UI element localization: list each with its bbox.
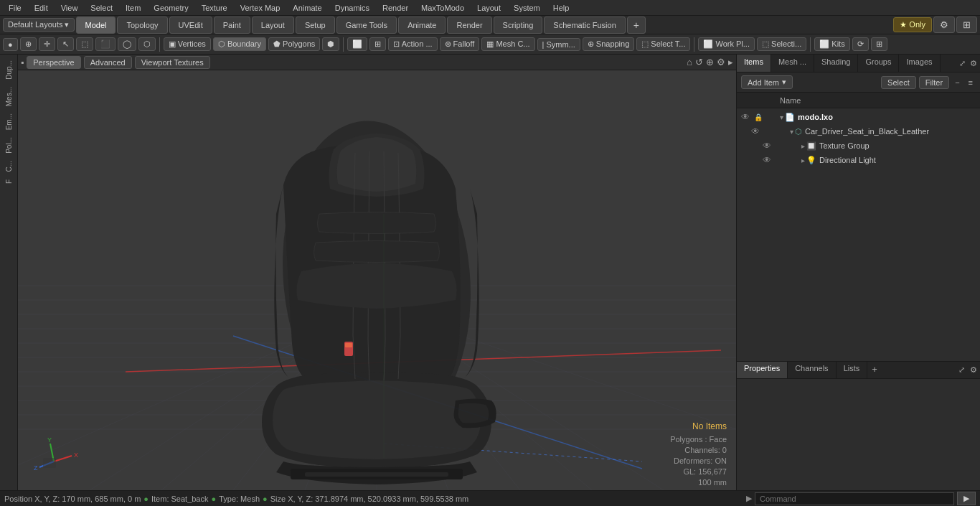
layout-tab-scripting[interactable]: Scripting xyxy=(494,17,543,34)
symm-btn[interactable]: | Symm... xyxy=(537,38,580,51)
vertices-btn[interactable]: ▣ Vertices xyxy=(164,37,211,51)
item-eye-light[interactable]: 👁 xyxy=(763,155,776,165)
right-tab-groups[interactable]: Groups xyxy=(858,55,899,72)
right-tab-items[interactable]: Items xyxy=(737,55,771,72)
layout-grid-button[interactable]: ⊞ xyxy=(956,17,977,33)
items-minus-icon[interactable]: − xyxy=(952,77,962,88)
layout-tab-model[interactable]: Model xyxy=(76,17,116,34)
sidebar-label-em[interactable]: Em... xyxy=(4,111,14,133)
snapping-btn[interactable]: ⊕ Snapping xyxy=(583,37,635,51)
viewport-tab-advanced[interactable]: Advanced xyxy=(84,56,132,69)
tool-arrow-btn[interactable]: ↖ xyxy=(57,37,74,51)
menu-layout[interactable]: Layout xyxy=(471,2,507,14)
viewport-tab-textures[interactable]: Viewport Textures xyxy=(135,56,210,69)
boundary-btn[interactable]: ⬡ Boundary xyxy=(213,37,266,51)
menu-render[interactable]: Render xyxy=(377,2,414,14)
menu-select[interactable]: Select xyxy=(85,2,118,14)
layout-star-button[interactable]: ★ Only xyxy=(893,17,932,32)
kits-btn[interactable]: ⬜ Kits xyxy=(814,37,849,51)
layout-tab-render[interactable]: Render xyxy=(447,17,491,34)
menu-system[interactable]: System xyxy=(508,2,546,14)
select-tool-btn[interactable]: ⬚ Select T... xyxy=(636,37,690,51)
layout-tab-gametools[interactable]: Game Tools xyxy=(336,17,397,34)
refresh-btn[interactable]: ⟳ xyxy=(852,37,869,51)
right-tab-shading[interactable]: Shading xyxy=(814,55,858,72)
sidebar-label-mesh[interactable]: Mes... xyxy=(4,84,14,109)
items-more-icon[interactable]: ≡ xyxy=(966,77,976,88)
action-btn[interactable]: ⊡ Action ... xyxy=(388,37,437,51)
edge-btn[interactable]: ⬢ xyxy=(322,37,339,51)
menu-help[interactable]: Help xyxy=(547,2,575,14)
item-row-seat[interactable]: 👁 ▾ ⬡ Car_Driver_Seat_in_Black_Leather xyxy=(737,124,980,139)
menu-item[interactable]: Item xyxy=(120,2,146,14)
menu-geometry[interactable]: Geometry xyxy=(148,2,194,14)
selection-btn[interactable]: ⬚ Selecti... xyxy=(757,37,806,51)
layout-tab-topology[interactable]: Topology xyxy=(117,17,167,34)
menu-view[interactable]: View xyxy=(55,2,84,14)
item-arrow-light[interactable]: ▸ xyxy=(801,156,805,164)
tool-sq1-btn[interactable]: ⬚ xyxy=(76,37,93,51)
sidebar-label-c[interactable]: C... xyxy=(4,158,14,175)
prop-tab-lists[interactable]: Lists xyxy=(837,362,868,378)
item-eye-texture[interactable]: 👁 xyxy=(763,141,776,151)
viewport[interactable]: ▪ Perspective Advanced Viewport Textures… xyxy=(18,55,736,490)
tool-circle-btn[interactable]: ◯ xyxy=(118,37,136,51)
viewport-rotate-icon[interactable]: ↺ xyxy=(695,57,703,67)
prop-tab-properties[interactable]: Properties xyxy=(737,362,788,378)
item-name-light[interactable]: Directional Light xyxy=(819,156,876,164)
item-name-modolxo[interactable]: modo.lxo xyxy=(798,113,833,121)
menu-vertexmap[interactable]: Vertex Map xyxy=(235,2,286,14)
item-name-seat[interactable]: Car_Driver_Seat_in_Black_Leather xyxy=(805,127,929,136)
right-tab-mesh[interactable]: Mesh ... xyxy=(771,55,814,72)
layout-tab-animate[interactable]: Animate xyxy=(398,17,446,34)
command-input[interactable] xyxy=(755,492,954,505)
items-filter-button[interactable]: Filter xyxy=(919,76,949,89)
tool-hex-btn[interactable]: ⬡ xyxy=(138,37,156,51)
menu-edit[interactable]: Edit xyxy=(29,2,54,14)
menu-texture[interactable]: Texture xyxy=(196,2,233,14)
sidebar-label-dup[interactable]: Dup... xyxy=(4,57,14,83)
command-run-button[interactable]: ▶ xyxy=(957,492,976,505)
mesh-btn[interactable]: ▦ Mesh C... xyxy=(481,37,534,51)
layout3-btn[interactable]: ⊞ xyxy=(871,37,887,51)
item-eye-seat[interactable]: 👁 xyxy=(751,126,764,136)
polygons-btn[interactable]: ⬟ Polygons xyxy=(268,37,320,51)
tool-grid-btn[interactable]: ⊞ xyxy=(369,37,386,51)
falloff-btn[interactable]: ⊛ Falloff xyxy=(440,37,480,51)
layout-tab-layout[interactable]: Layout xyxy=(252,17,294,34)
right-panel-expand-icon[interactable]: ⤢ xyxy=(959,59,966,68)
layout-tab-uvedit[interactable]: UVEdit xyxy=(169,17,212,34)
layout-settings-button[interactable]: ⚙ xyxy=(933,17,955,33)
sidebar-label-pol[interactable]: Pol... xyxy=(4,134,14,156)
menu-file[interactable]: File xyxy=(3,2,27,14)
right-tab-images[interactable]: Images xyxy=(899,55,940,72)
prop-expand-icon[interactable]: ⤢ xyxy=(958,365,965,375)
sidebar-label-f[interactable]: F xyxy=(4,177,14,187)
layout-tab-setup[interactable]: Setup xyxy=(296,17,335,34)
layout-dropdown[interactable]: Default Layouts ▾ xyxy=(3,18,75,32)
item-row-texture[interactable]: 👁 ▸ 🔲 Texture Group xyxy=(737,139,980,153)
item-arrow-texture[interactable]: ▸ xyxy=(801,142,805,150)
layout-tab-plus[interactable]: + xyxy=(627,17,646,34)
item-name-texture[interactable]: Texture Group xyxy=(819,141,870,150)
menu-dynamics[interactable]: Dynamics xyxy=(329,2,375,14)
item-arrow-seat[interactable]: ▾ xyxy=(790,128,793,136)
tool-dot-btn[interactable]: ● xyxy=(3,38,18,51)
tool-sq3-btn[interactable]: ⬜ xyxy=(347,37,367,51)
viewport-home-icon[interactable]: ⌂ xyxy=(687,57,692,67)
items-select-button[interactable]: Select xyxy=(881,76,916,89)
viewport-more-icon[interactable]: ▸ xyxy=(728,57,733,67)
item-row-modolxo[interactable]: 👁 🔒 ▾ 📄 modo.lxo xyxy=(737,110,980,124)
3d-scene[interactable]: No Items Polygons : Face Channels: 0 Def… xyxy=(18,70,736,490)
layout-tab-schematic[interactable]: Schematic Fusion xyxy=(544,17,625,34)
tool-cross-btn[interactable]: ✛ xyxy=(39,37,55,51)
viewport-settings-icon[interactable]: ⚙ xyxy=(717,57,725,67)
tool-globe-btn[interactable]: ⊕ xyxy=(20,37,37,51)
tool-sq2-btn[interactable]: ⬛ xyxy=(95,37,116,51)
item-arrow-modolxo[interactable]: ▾ xyxy=(780,113,783,121)
layout-tab-paint[interactable]: Paint xyxy=(214,17,250,34)
add-item-button[interactable]: Add Item ▾ xyxy=(741,75,793,89)
item-row-light[interactable]: 👁 ▸ 💡 Directional Light xyxy=(737,153,980,167)
menu-animate[interactable]: Animate xyxy=(287,2,327,14)
viewport-zoom-icon[interactable]: ⊕ xyxy=(706,57,714,67)
